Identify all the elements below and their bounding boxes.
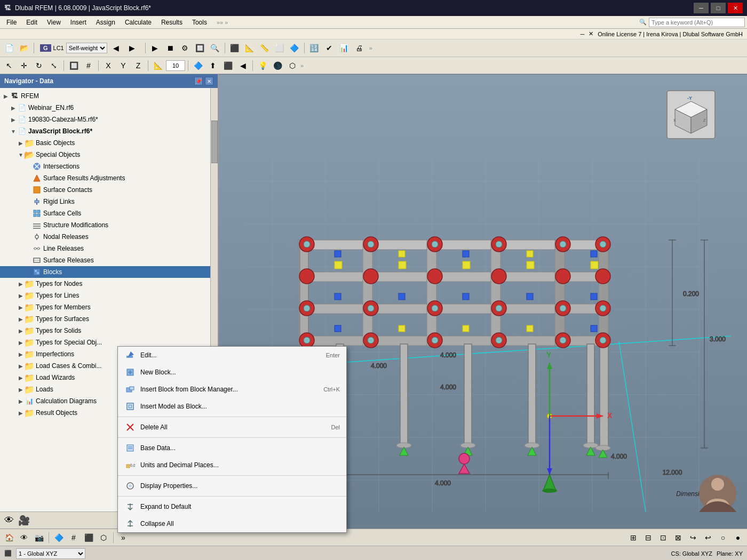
lc-next-btn[interactable]: ▶	[125, 42, 139, 54]
run-btn[interactable]: ▶	[148, 42, 162, 54]
menu-file[interactable]: File	[2, 18, 21, 27]
t2-select-btn[interactable]: ↖	[2, 59, 16, 72]
tree-item-blocks[interactable]: Blocks	[0, 266, 218, 278]
tree-item-types-surfaces[interactable]: ▶ 📁 Types for Surfaces	[0, 313, 218, 325]
search-input[interactable]	[649, 18, 745, 27]
menu-results[interactable]: Results	[157, 18, 187, 27]
t2-snap-btn[interactable]: 🔲	[67, 59, 81, 72]
tree-item-jsblock[interactable]: ▼ 📄 JavaScript Block.rf6*	[0, 125, 218, 137]
tree-item-webinar[interactable]: ▶ 📄 Webinar_EN.rf6	[0, 102, 218, 114]
t2-size-input[interactable]	[166, 60, 185, 71]
t2-side-btn[interactable]: ◀	[236, 59, 250, 72]
menu-assign[interactable]: Assign	[92, 18, 120, 27]
tree-item-basic[interactable]: ▶ 📁 Basic Objects	[0, 137, 218, 149]
bt-render-btn[interactable]: ⬛	[82, 531, 96, 544]
tree-item-surface-results[interactable]: Surface Results Adjustments	[0, 172, 218, 184]
bt-r4[interactable]: ⊠	[671, 531, 685, 544]
bt-r5[interactable]: ↪	[686, 531, 700, 544]
renumber-btn[interactable]: 🔢	[307, 42, 321, 54]
bt-r2[interactable]: ⊟	[641, 531, 655, 544]
tree-item-line-releases[interactable]: Line Releases	[0, 243, 218, 254]
coord-system-select[interactable]: 1 - Global XYZ	[16, 548, 85, 559]
license-minimize[interactable]: ─	[581, 31, 585, 37]
tree-item-surface-contacts[interactable]: Surface Contacts	[0, 184, 218, 196]
ctx-expand[interactable]: Expand to Default	[118, 498, 346, 515]
t2-front-btn[interactable]: ⬛	[221, 59, 235, 72]
settings-btn[interactable]: ⚙	[178, 42, 192, 54]
t2-iso-btn[interactable]: 🔷	[191, 59, 205, 72]
tree-item-nodal-releases[interactable]: Nodal Releases	[0, 231, 218, 243]
ctx-new-block[interactable]: New Block...	[118, 364, 346, 381]
tree-item-types-nodes[interactable]: ▶ 📁 Types for Nodes	[0, 278, 218, 290]
new-file-btn[interactable]: 📄	[2, 42, 16, 54]
lc-prev-btn[interactable]: ◀	[109, 42, 123, 54]
lc-name-select[interactable]: Self-weight	[66, 43, 107, 53]
menu-view[interactable]: View	[43, 18, 65, 27]
t2-move-btn[interactable]: ✛	[17, 59, 31, 72]
t2-z-btn[interactable]: Z	[131, 59, 145, 72]
ctx-base-data[interactable]: Base Data...	[118, 439, 346, 457]
tree-item-structure-mods[interactable]: Structure Modifications	[0, 219, 218, 231]
lines-btn[interactable]: 📐	[243, 42, 257, 54]
nav-pin-btn[interactable]: 📌	[194, 77, 203, 85]
menu-insert[interactable]: Insert	[66, 18, 91, 27]
tree-item-types-members[interactable]: ▶ 📁 Types for Members	[0, 301, 218, 313]
surfaces-btn[interactable]: ⬜	[273, 42, 287, 54]
bt-wire-btn[interactable]: ⬡	[97, 531, 110, 544]
tree-item-special[interactable]: ▼ 📂 Special Objects	[0, 149, 218, 161]
t2-grid-btn[interactable]: #	[82, 59, 96, 72]
bt-grid-btn[interactable]: #	[67, 531, 81, 544]
ctx-units[interactable]: 0,00 Units and Decimal Places...	[118, 457, 346, 474]
bt-home-btn[interactable]: 🏠	[2, 531, 16, 544]
t2-x-btn[interactable]: X	[101, 59, 115, 72]
bt-more-btn[interactable]: »	[116, 531, 130, 544]
tree-item-rigid-links[interactable]: Rigid Links	[0, 196, 218, 207]
ctx-collapse[interactable]: Collapse All	[118, 515, 346, 532]
bt-cam-btn[interactable]: 📷	[32, 531, 46, 544]
members-btn[interactable]: 📏	[258, 42, 272, 54]
ctx-delete-all[interactable]: Delete All Del	[118, 419, 346, 436]
open-btn[interactable]: 📂	[17, 42, 31, 54]
zoom-btn[interactable]: 🔍	[208, 42, 222, 54]
nav-footer-eye-icon[interactable]: 👁	[4, 515, 14, 526]
license-close[interactable]: ✕	[589, 30, 593, 37]
title-bar-controls[interactable]: ─ □ ✕	[694, 3, 743, 13]
bt-r6[interactable]: ↩	[701, 531, 715, 544]
t2-y-btn[interactable]: Y	[116, 59, 130, 72]
nav-close-btn[interactable]: ✕	[205, 77, 213, 85]
maximize-button[interactable]: □	[711, 3, 726, 13]
solids-btn[interactable]: 🔷	[288, 42, 301, 54]
check-btn[interactable]: ✔	[322, 42, 336, 54]
menu-tools[interactable]: Tools	[188, 18, 211, 27]
print-btn[interactable]: 🖨	[352, 42, 366, 54]
t2-scale-btn[interactable]: ⤡	[47, 59, 61, 72]
t2-rotate-btn[interactable]: ↻	[32, 59, 46, 72]
nav-footer-video-icon[interactable]: 🎥	[18, 515, 30, 526]
t2-shade-btn[interactable]: 🌑	[271, 59, 284, 72]
nav-scroll-thumb[interactable]	[211, 121, 218, 163]
bt-r8[interactable]: ●	[731, 531, 745, 544]
tree-item-types-solids[interactable]: ▶ 📁 Types for Solids	[0, 325, 218, 337]
ctx-insert-block[interactable]: Insert Block from Block Manager... Ctrl+…	[118, 381, 346, 398]
minimize-button[interactable]: ─	[694, 3, 709, 13]
nodes-btn[interactable]: ⬛	[228, 42, 242, 54]
tree-item-surface-cells[interactable]: Surface Cells	[0, 207, 218, 219]
tree-item-rfem[interactable]: ▶ 🏗 RFEM	[0, 90, 218, 102]
close-button[interactable]: ✕	[728, 3, 743, 13]
bt-r7[interactable]: ○	[716, 531, 730, 544]
nav-header-controls[interactable]: 📌 ✕	[194, 77, 213, 85]
bt-r1[interactable]: ⊞	[626, 531, 640, 544]
tree-item-surface-releases[interactable]: Surface Releases	[0, 254, 218, 266]
t2-light-btn[interactable]: 💡	[256, 59, 269, 72]
tree-item-types-lines[interactable]: ▶ 📁 Types for Lines	[0, 290, 218, 301]
bt-r3[interactable]: ⊡	[656, 531, 670, 544]
ctx-insert-model[interactable]: Insert Model as Block...	[118, 398, 346, 415]
t2-wire-btn[interactable]: ⬡	[285, 59, 299, 72]
t2-dim-btn[interactable]: 📐	[151, 59, 165, 72]
menu-edit[interactable]: Edit	[22, 18, 42, 27]
bt-eye-btn[interactable]: 👁	[17, 531, 31, 544]
t2-top-btn[interactable]: ⬆	[206, 59, 220, 72]
tree-item-cabezal[interactable]: ▶ 📄 190830-Cabezal-M5.rf6*	[0, 114, 218, 125]
tree-item-intersections[interactable]: Intersections	[0, 161, 218, 172]
ctx-display-props[interactable]: Display Properties...	[118, 477, 346, 494]
